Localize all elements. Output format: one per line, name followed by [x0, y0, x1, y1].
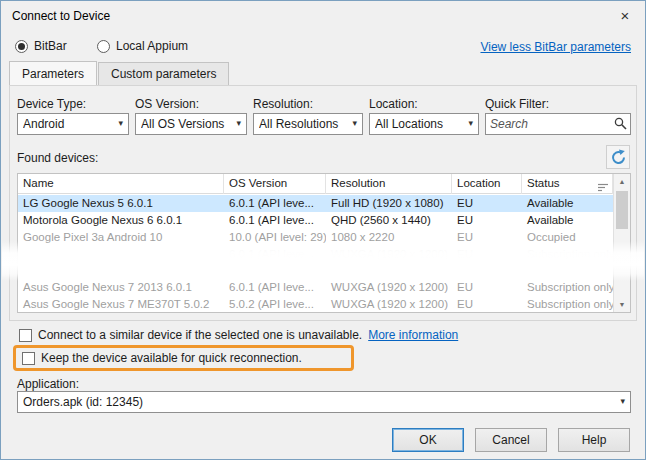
location-value: All Locations [375, 117, 462, 131]
table-body: LG Google Nexus 5 6.0.1 6.0.1 (API leve.… [18, 195, 613, 313]
cell-location: EU [452, 212, 522, 229]
cell-resolution: WUXGA (1920 x 1200) [326, 279, 452, 296]
similar-device-checkbox[interactable] [19, 329, 32, 342]
keep-device-label: Keep the device available for quick reco… [41, 351, 302, 365]
resolution-value: All Resolutions [259, 117, 346, 131]
window-title: Connect to Device [12, 9, 110, 23]
table-header: Name OS Version Resolution Location Stat… [18, 174, 613, 194]
resolution-label: Resolution: [253, 97, 313, 111]
tab-bar: Parameters Custom parameters [9, 62, 230, 86]
cell-name [18, 246, 224, 263]
chevron-down-icon: ▾ [236, 118, 241, 128]
dialog-buttons: OK Cancel Help [392, 428, 630, 452]
radio-selected-icon [15, 40, 28, 53]
cell-location: EU [452, 195, 522, 212]
annotation-highlight: Keep the device available for quick reco… [13, 345, 354, 371]
table-row[interactable]: Asus Google Nexus 7 2013 6.0.1 6.0.1 (AP… [18, 279, 613, 296]
keep-device-checkbox[interactable] [22, 352, 35, 365]
provider-row: BitBar Local Appium View less BitBar par… [15, 39, 631, 55]
column-header-status[interactable]: Status [522, 174, 613, 194]
cell-os: 10.0 (API level: 29) [224, 229, 326, 246]
cell-name: LG Google Nexus 5 6.0.1 [18, 195, 224, 212]
more-information-link[interactable]: More information [368, 328, 458, 342]
cell-os: 6.0.1 (API leve... [224, 195, 326, 212]
radio-bitbar[interactable]: BitBar [15, 39, 67, 53]
application-value: Orders.apk (id: 12345) [23, 395, 614, 409]
cell-resolution: 1080 x 2220 [326, 229, 452, 246]
column-header-status-label: Status [527, 177, 560, 189]
cancel-button[interactable]: Cancel [475, 428, 547, 452]
table-row[interactable]: Asus Google Nexus 7 ME370T 5.0.2 5.0.2 (… [18, 296, 613, 313]
cell-os: 6.0.1 (API leve... [224, 246, 326, 263]
cell-name: Asus Google Nexus 7 2013 6.0.1 [18, 279, 224, 296]
cell-resolution: WUXGA (1920 x 1200) [326, 246, 452, 263]
column-filter-icon[interactable] [598, 179, 609, 194]
cell-status: Available [522, 195, 613, 212]
chevron-down-icon: ▾ [118, 118, 123, 128]
column-header-name[interactable]: Name [18, 174, 224, 194]
radio-unselected-icon [97, 40, 110, 53]
cell-resolution: Full HD (1920 x 1080) [326, 195, 452, 212]
os-version-label: OS Version: [135, 97, 199, 111]
scroll-down-icon[interactable]: ▼ [614, 297, 630, 312]
application-select[interactable]: Orders.apk (id: 12345) ▾ [17, 391, 631, 413]
quick-filter-box [485, 113, 631, 135]
cell-name: Asus Google Nexus 7 ME370T 5.0.2 [18, 296, 224, 313]
cell-status: Occupied [522, 229, 613, 246]
column-header-location[interactable]: Location [452, 174, 522, 194]
cell-os: 6.0.1 (API leve... [224, 279, 326, 296]
table-row[interactable]: 6.0.1 (API leve... WUXGA (1920 x 1200) E… [18, 246, 613, 263]
search-input[interactable] [490, 115, 610, 133]
scroll-up-icon[interactable]: ▲ [614, 174, 630, 189]
table-row[interactable]: Google Pixel 3a Android 10 10.0 (API lev… [18, 229, 613, 246]
cell-location: EU [452, 246, 522, 263]
search-icon[interactable] [614, 117, 627, 133]
connect-to-device-dialog: Connect to Device × BitBar Local Appium … [0, 0, 646, 460]
column-header-os[interactable]: OS Version [224, 174, 326, 194]
title-bar: Connect to Device × [1, 1, 645, 31]
tab-parameters[interactable]: Parameters [9, 61, 97, 85]
refresh-button[interactable] [606, 145, 630, 169]
device-table: Name OS Version Resolution Location Stat… [17, 173, 631, 313]
bitbar-parameters-link[interactable]: View less BitBar parameters [480, 40, 631, 54]
table-row[interactable]: Motorola Google Nexus 6 6.0.1 6.0.1 (API… [18, 212, 613, 229]
application-label: Application: [17, 377, 79, 391]
cell-os: 5.0.2 (API leve... [224, 296, 326, 313]
cell-location: EU [452, 279, 522, 296]
device-type-value: Android [23, 117, 112, 131]
table-gap [18, 263, 613, 279]
table-row[interactable]: LG Google Nexus 5 6.0.1 6.0.1 (API leve.… [18, 195, 613, 212]
cell-location: EU [452, 296, 522, 313]
close-icon[interactable]: × [615, 6, 635, 26]
device-type-select[interactable]: Android ▾ [17, 113, 129, 135]
location-label: Location: [369, 97, 418, 111]
cell-resolution: QHD (2560 x 1440) [326, 212, 452, 229]
chevron-down-icon: ▾ [620, 396, 625, 406]
device-type-label: Device Type: [17, 97, 86, 111]
table-scrollbar[interactable]: ▲ ▼ [613, 174, 630, 312]
ok-button[interactable]: OK [392, 428, 464, 452]
cell-status: Subscription only [522, 296, 613, 313]
cell-os: 6.0.1 (API leve... [224, 212, 326, 229]
cell-name: Motorola Google Nexus 6 6.0.1 [18, 212, 224, 229]
radio-local-appium-label: Local Appium [116, 39, 188, 53]
cell-status: Subscription only [522, 246, 613, 263]
location-select[interactable]: All Locations ▾ [369, 113, 479, 135]
chevron-down-icon: ▾ [352, 118, 357, 128]
similar-device-label: Connect to a similar device if the selec… [38, 328, 362, 342]
column-header-resolution[interactable]: Resolution [326, 174, 452, 194]
help-button[interactable]: Help [558, 428, 630, 452]
radio-local-appium[interactable]: Local Appium [97, 39, 188, 53]
os-version-select[interactable]: All OS Versions ▾ [135, 113, 247, 135]
quick-filter-label: Quick Filter: [485, 97, 549, 111]
tab-custom-parameters[interactable]: Custom parameters [98, 62, 229, 85]
scroll-thumb[interactable] [616, 191, 628, 229]
resolution-select[interactable]: All Resolutions ▾ [253, 113, 363, 135]
radio-bitbar-label: BitBar [34, 39, 67, 53]
similar-device-option: Connect to a similar device if the selec… [19, 328, 458, 342]
cell-resolution: WUXGA (1920 x 1200) [326, 296, 452, 313]
cell-status: Subscription only [522, 279, 613, 296]
chevron-down-icon: ▾ [468, 118, 473, 128]
cell-status: Available [522, 212, 613, 229]
cell-location: EU [452, 229, 522, 246]
